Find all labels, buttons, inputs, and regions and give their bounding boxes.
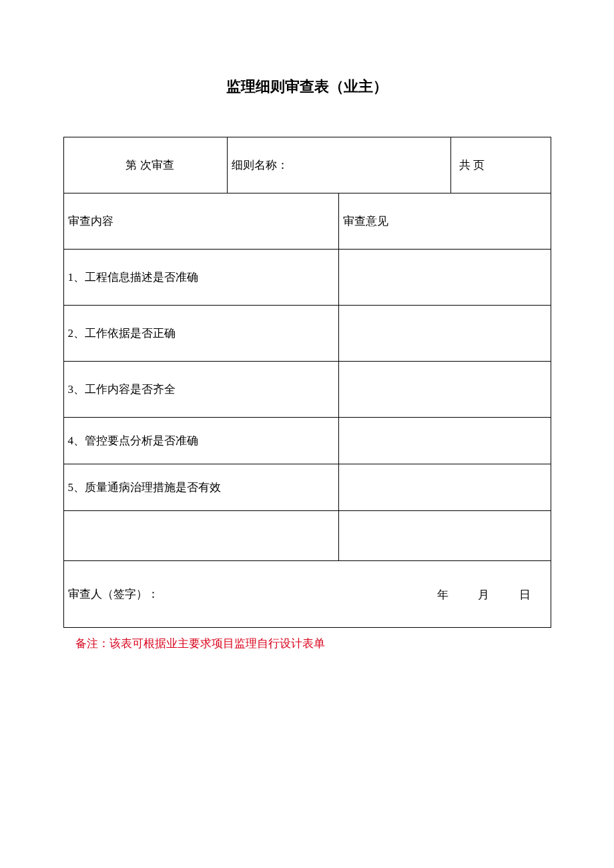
item-content: 5、质量通病治理措施是否有效 [63, 464, 339, 511]
month-unit: 月 [478, 586, 489, 602]
header-row: 第 次审查 细则名称： 共 页 [63, 137, 551, 193]
date-group: 年 月 日 [410, 586, 531, 602]
column-header-row: 审查内容 审查意见 [63, 193, 551, 250]
review-number-cell: 第 次审查 [63, 137, 227, 193]
item-opinion [339, 306, 551, 362]
year-unit: 年 [437, 586, 448, 602]
table-row [63, 511, 551, 561]
table-row: 4、管控要点分析是否准确 [63, 418, 551, 464]
signature-cell: 审查人（签字）： 年 月 日 [63, 561, 551, 628]
item-content [63, 511, 339, 561]
signature-row: 审查人（签字）： 年 月 日 [63, 561, 551, 628]
footer-note: 备注：该表可根据业主要求项目监理自行设计表单 [63, 636, 551, 651]
page-title: 监理细则审查表（业主） [0, 0, 614, 137]
item-content: 4、管控要点分析是否准确 [63, 418, 339, 464]
item-opinion [339, 418, 551, 464]
content-header: 审查内容 [63, 193, 339, 250]
item-content: 1、工程信息描述是否准确 [63, 250, 339, 306]
table-row: 3、工作内容是否齐全 [63, 362, 551, 418]
item-opinion [339, 362, 551, 418]
item-opinion [339, 511, 551, 561]
pages-cell: 共 页 [450, 137, 551, 193]
table-row: 2、工作依据是否正确 [63, 306, 551, 362]
review-form-table: 第 次审查 细则名称： 共 页 审查内容 审查意见 1、工程信息描述是否准确 2… [63, 137, 551, 628]
day-unit: 日 [519, 586, 531, 602]
item-opinion [339, 464, 551, 511]
item-content: 3、工作内容是否齐全 [63, 362, 339, 418]
item-opinion [339, 250, 551, 306]
opinion-header: 审查意见 [339, 193, 551, 250]
item-content: 2、工作依据是否正确 [63, 306, 339, 362]
table-row: 5、质量通病治理措施是否有效 [63, 464, 551, 511]
rule-name-cell: 细则名称： [227, 137, 450, 193]
table-row: 1、工程信息描述是否准确 [63, 250, 551, 306]
signature-label: 审查人（签字）： [68, 586, 159, 602]
